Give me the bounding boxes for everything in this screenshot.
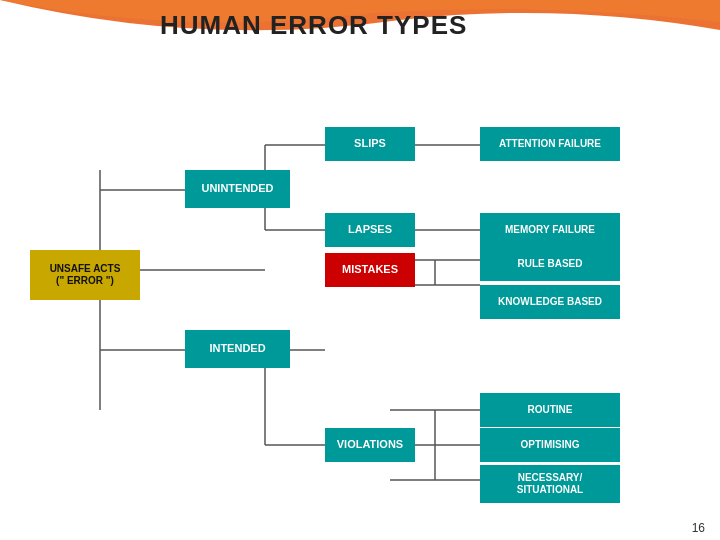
mistakes-box: MISTAKES (325, 253, 415, 287)
routine-box: ROUTINE (480, 393, 620, 427)
rule-based-box: RULE BASED (480, 247, 620, 281)
unintended-box: UNINTENDED (185, 170, 290, 208)
page-number: 16 (692, 521, 705, 535)
violations-box: VIOLATIONS (325, 428, 415, 462)
attention-failure-box: ATTENTION FAILURE (480, 127, 620, 161)
optimising-box: OPTIMISING (480, 428, 620, 462)
intended-box: INTENDED (185, 330, 290, 368)
diagram-container: UNSAFE ACTS (" ERROR ") UNINTENDED INTEN… (20, 55, 700, 515)
memory-failure-box: MEMORY FAILURE (480, 213, 620, 247)
unsafe-acts-box: UNSAFE ACTS (" ERROR ") (30, 250, 140, 300)
necessary-situational-box: NECESSARY/ SITUATIONAL (480, 465, 620, 503)
lapses-box: LAPSES (325, 213, 415, 247)
knowledge-based-box: KNOWLEDGE BASED (480, 285, 620, 319)
page-title: HUMAN ERROR TYPES (160, 10, 467, 41)
slips-box: SLIPS (325, 127, 415, 161)
